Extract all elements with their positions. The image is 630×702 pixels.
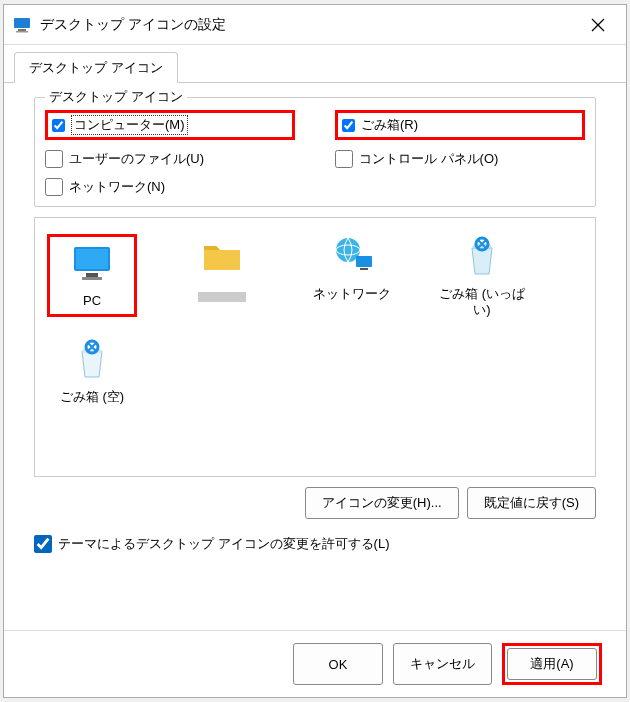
row-network: ネットワーク(N) [45, 178, 295, 196]
dialog-window: デスクトップ アイコンの設定 デスクトップ アイコン デスクトップ アイコン コ… [3, 4, 627, 698]
row-userfiles: ユーザーのファイル(U) [45, 150, 295, 168]
icon-item-trash-empty[interactable]: ごみ箱 (空) [47, 337, 137, 405]
desktop-icons-fieldset: デスクトップ アイコン コンピューター(M) ごみ箱(R) ユーザーのファイル(… [34, 97, 596, 207]
content-area: デスクトップ アイコン コンピューター(M) ごみ箱(R) ユーザーのファイル(… [4, 83, 626, 630]
svg-rect-9 [356, 256, 372, 267]
svg-rect-2 [16, 31, 28, 33]
checkbox-grid: コンピューター(M) ごみ箱(R) ユーザーのファイル(U) コントロール パネ… [45, 110, 585, 196]
trash-full-icon [458, 234, 506, 282]
icon-item-folder[interactable] [177, 234, 267, 317]
network-icon [328, 234, 376, 282]
tab-strip: デスクトップ アイコン [4, 45, 626, 83]
svg-rect-10 [360, 268, 368, 270]
icon-label-trash-empty: ごみ箱 (空) [60, 389, 124, 405]
icon-label-pc: PC [83, 293, 101, 309]
label-controlpanel[interactable]: コントロール パネル(O) [359, 150, 498, 168]
highlight-computer: コンピューター(M) [45, 110, 295, 140]
checkbox-controlpanel[interactable] [335, 150, 353, 168]
trash-empty-icon [68, 337, 116, 385]
icon-buttons-row: アイコンの変更(H)... 既定値に戻す(S) [34, 487, 596, 519]
checkbox-recycle[interactable] [342, 119, 355, 132]
icon-item-trash-full[interactable]: ごみ箱 (いっぱい) [437, 234, 527, 317]
close-button[interactable] [578, 10, 618, 40]
label-network[interactable]: ネットワーク(N) [69, 178, 165, 196]
window-title: デスクトップ アイコンの設定 [40, 16, 578, 34]
label-theme-allow[interactable]: テーマによるデスクトップ アイコンの変更を許可する(L) [58, 535, 390, 553]
label-recycle[interactable]: ごみ箱(R) [361, 116, 418, 134]
checkbox-network[interactable] [45, 178, 63, 196]
icon-preview-list[interactable]: PC ネットワーク ごみ箱 (いっぱい) [34, 217, 596, 477]
fieldset-legend: デスクトップ アイコン [45, 88, 187, 106]
svg-rect-1 [18, 29, 26, 31]
folder-icon [198, 234, 246, 282]
checkbox-userfiles[interactable] [45, 150, 63, 168]
change-icon-button[interactable]: アイコンの変更(H)... [305, 487, 459, 519]
tab-desktop-icons[interactable]: デスクトップ アイコン [14, 52, 178, 83]
icon-item-pc[interactable]: PC [47, 234, 137, 317]
dialog-button-row: OK キャンセル 適用(A) [4, 630, 626, 697]
cancel-button[interactable]: キャンセル [393, 643, 492, 685]
app-icon [12, 15, 32, 35]
svg-rect-6 [82, 277, 102, 280]
checkbox-theme-allow[interactable] [34, 535, 52, 553]
highlight-recycle: ごみ箱(R) [335, 110, 585, 140]
svg-rect-4 [76, 249, 108, 269]
icon-item-network[interactable]: ネットワーク [307, 234, 397, 317]
checkbox-computer[interactable] [52, 119, 65, 132]
apply-button[interactable]: 適用(A) [507, 648, 597, 680]
folder-shadow [198, 292, 246, 302]
label-computer[interactable]: コンピューター(M) [71, 115, 188, 135]
label-userfiles[interactable]: ユーザーのファイル(U) [69, 150, 204, 168]
icon-label-trash-full: ごみ箱 (いっぱい) [437, 286, 527, 317]
icon-label-network: ネットワーク [313, 286, 391, 302]
restore-default-button[interactable]: 既定値に戻す(S) [467, 487, 596, 519]
svg-rect-0 [14, 18, 30, 28]
svg-rect-5 [86, 273, 98, 277]
row-controlpanel: コントロール パネル(O) [335, 150, 585, 168]
ok-button[interactable]: OK [293, 643, 383, 685]
highlight-apply: 適用(A) [502, 643, 602, 685]
titlebar: デスクトップ アイコンの設定 [4, 5, 626, 45]
theme-allow-row: テーマによるデスクトップ アイコンの変更を許可する(L) [34, 535, 596, 553]
monitor-icon [68, 241, 116, 289]
